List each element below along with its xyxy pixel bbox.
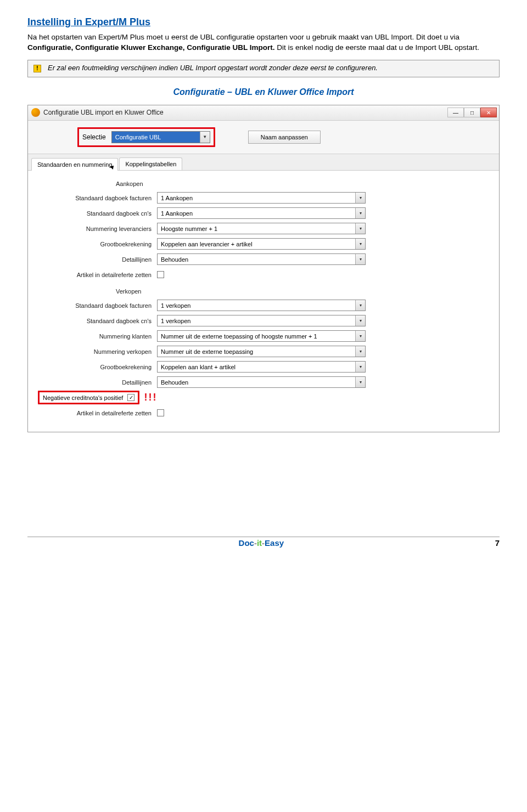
row-vk-fact: Standaard dagboek facturen 1 verkopen▾ — [33, 298, 494, 313]
warning-icon — [33, 65, 41, 72]
dd-vk-cn[interactable]: 1 verkopen▾ — [157, 315, 366, 326]
warning-box: Er zal een foutmelding verschijnen indie… — [27, 60, 500, 77]
close-button[interactable]: ✕ — [480, 108, 497, 117]
chevron-down-icon: ▾ — [355, 346, 365, 357]
intro-bold: Configuratie, Configuratie Kluwer Exchan… — [27, 43, 275, 52]
row-aank-numlev: Nummering leveranciers Hoogste nummer + … — [33, 221, 494, 236]
dd-aank-gb[interactable]: Koppelen aan leverancier + artikel▾ — [157, 238, 366, 250]
chevron-down-icon: ▾ — [355, 300, 365, 311]
label-std-fact: Standaard dagboek facturen — [33, 195, 157, 201]
dd-vk-gb-val: Koppelen aan klant + artikel — [161, 364, 236, 370]
chk-aank-artref[interactable] — [157, 271, 164, 278]
page-number: 7 — [495, 538, 500, 548]
row-vk-numvk: Nummering verkopen Nummer uit de externe… — [33, 344, 494, 359]
chevron-down-icon: ▾ — [355, 331, 365, 341]
chevron-down-icon: ▾ — [355, 362, 365, 372]
dd-aank-numlev[interactable]: Hoogste nummer + 1▾ — [157, 223, 366, 234]
titlebar: Configuratie UBL import en Kluwer Office… — [28, 105, 499, 121]
label-std-cn-vk: Standaard dagboek cn's — [33, 318, 157, 324]
label-art-ref-vk: Artikel in detailreferte zetten — [33, 410, 157, 416]
dd-aank-gb-val: Koppelen aan leverancier + artikel — [161, 241, 253, 247]
selection-label: Selectie — [82, 133, 106, 141]
chevron-down-icon: ▾ — [355, 223, 365, 234]
intro-paragraph: Na het opstarten van Expert/M Plus moet … — [27, 32, 500, 53]
dd-vk-numkl[interactable]: Nummer uit de externe toepassing of hoog… — [157, 330, 366, 342]
dd-vk-fact-val: 1 verkopen — [161, 302, 190, 309]
label-art-ref: Artikel in detailreferte zetten — [33, 272, 157, 278]
dd-vk-det-val: Behouden — [161, 379, 188, 386]
tab-label-1: Standaarden en nummering — [37, 161, 112, 168]
window-buttons: — □ ✕ — [447, 108, 497, 117]
dd-vk-gb[interactable]: Koppelen aan klant + artikel▾ — [157, 361, 366, 373]
selection-highlight: Selectie Configuratie UBL ▼ — [77, 127, 215, 147]
label-detail: Detaillijnen — [33, 256, 157, 263]
row-vk-det: Detaillijnen Behouden▾ — [33, 375, 494, 390]
intro-text-1: Na het opstarten van Expert/M Plus moet … — [27, 33, 459, 41]
dd-aank-numlev-val: Hoogste nummer + 1 — [161, 225, 217, 232]
dd-aank-det[interactable]: Behouden▾ — [157, 253, 366, 265]
label-std-cn: Standaard dagboek cn's — [33, 210, 157, 217]
dd-vk-det[interactable]: Behouden▾ — [157, 376, 366, 388]
label-grootboek: Grootboekrekening — [33, 241, 157, 247]
warning-text: Er zal een foutmelding verschijnen indie… — [48, 64, 378, 72]
row-aank-gb: Grootboekrekening Koppelen aan leveranci… — [33, 236, 494, 252]
minimize-button[interactable]: — — [447, 108, 464, 117]
label-num-kl: Nummering klanten — [33, 333, 157, 340]
config-subtitle: Configuratie – UBL en Kluwer Office Impo… — [27, 87, 500, 97]
row-aank-cn: Standaard dagboek cn's 1 Aankopen▾ — [33, 206, 494, 221]
section-aankopen: Aankopen — [33, 175, 494, 190]
chevron-down-icon: ▼ — [200, 132, 210, 143]
page-heading: Instelling in Expert/M Plus — [27, 16, 500, 28]
row-neg-cn: Negatieve creditnota's positief !!! — [33, 390, 494, 405]
row-vk-artref: Artikel in detailreferte zetten — [33, 405, 494, 421]
dd-vk-numvk-val: Nummer uit de externe toepassing — [161, 348, 253, 355]
row-vk-gb: Grootboekrekening Koppelen aan klant + a… — [33, 359, 494, 375]
selection-dropdown[interactable]: Configuratie UBL ▼ — [111, 131, 210, 143]
selection-value: Configuratie UBL — [115, 134, 161, 140]
label-detail-vk: Detaillijnen — [33, 379, 157, 386]
neg-cn-highlight: Negatieve creditnota's positief — [38, 391, 139, 404]
label-grootboek-vk: Grootboekrekening — [33, 364, 157, 370]
chevron-down-icon: ▾ — [355, 377, 365, 387]
dd-vk-numvk[interactable]: Nummer uit de externe toepassing▾ — [157, 346, 366, 357]
dd-aank-fact[interactable]: 1 Aankopen▾ — [157, 192, 366, 204]
selection-toolbar: Selectie Configuratie UBL ▼ Naam aanpass… — [28, 121, 499, 154]
label-num-vk: Nummering verkopen — [33, 348, 157, 355]
row-aank-artref: Artikel in detailreferte zetten — [33, 267, 494, 283]
dd-aank-fact-val: 1 Aankopen — [161, 195, 193, 201]
dd-vk-cn-val: 1 verkopen — [161, 318, 190, 324]
row-aank-fact: Standaard dagboek facturen 1 Aankopen▾ — [33, 190, 494, 206]
dd-aank-det-val: Behouden — [161, 256, 188, 263]
dd-vk-numkl-val: Nummer uit de externe toepassing of hoog… — [161, 333, 317, 340]
label-num-lev: Nummering leveranciers — [33, 225, 157, 232]
brand-it: it — [257, 538, 262, 548]
brand-logo: Doc-it-Easy — [239, 538, 284, 548]
tab-koppelingstabellen[interactable]: Koppelingstabellen — [119, 157, 182, 170]
chevron-down-icon: ▾ — [355, 239, 365, 249]
tabs: Standaarden en nummering Koppelingstabel… — [28, 154, 499, 171]
dd-aank-cn-val: 1 Aankopen — [161, 210, 193, 217]
intro-text-3: Dit is enkel nodig de eerste maal dat u … — [275, 43, 479, 52]
tab-standaarden[interactable]: Standaarden en nummering — [31, 158, 118, 171]
window-title: Configuratie UBL import en Kluwer Office — [43, 109, 447, 116]
maximize-button[interactable]: □ — [464, 108, 480, 117]
config-window: Configuratie UBL import en Kluwer Office… — [27, 105, 500, 432]
chevron-down-icon: ▾ — [355, 254, 365, 264]
dd-aank-cn[interactable]: 1 Aankopen▾ — [157, 207, 366, 219]
exclamation-marker: !!! — [144, 392, 157, 403]
dd-vk-fact[interactable]: 1 verkopen▾ — [157, 300, 366, 311]
page-footer: Doc-it-Easy 7 — [27, 537, 500, 548]
brand-doc: Doc — [239, 538, 254, 548]
section-verkopen: Verkopen — [33, 283, 494, 298]
chevron-down-icon: ▾ — [355, 193, 365, 203]
brand-easy: Easy — [265, 538, 284, 548]
chk-neg-cn[interactable] — [127, 394, 134, 401]
row-vk-numkl: Nummering klanten Nummer uit de externe … — [33, 329, 494, 344]
label-neg-cn: Negatieve creditnota's positief — [43, 394, 123, 401]
row-aank-det: Detaillijnen Behouden▾ — [33, 252, 494, 267]
app-icon — [31, 108, 40, 117]
chevron-down-icon: ▾ — [355, 315, 365, 326]
label-std-fact-vk: Standaard dagboek facturen — [33, 302, 157, 309]
chk-vk-artref[interactable] — [157, 409, 164, 416]
rename-button[interactable]: Naam aanpassen — [248, 131, 321, 144]
